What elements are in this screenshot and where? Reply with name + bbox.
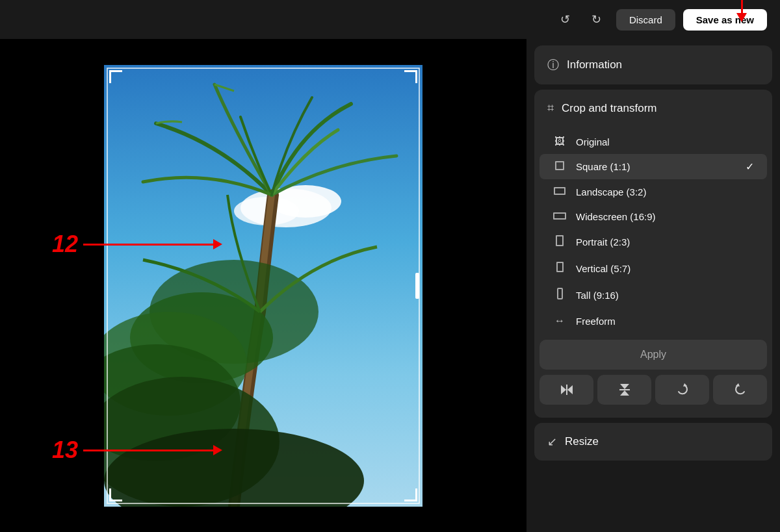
annotation-12-label: 12 bbox=[52, 231, 78, 258]
resize-section: ↙ Resize bbox=[534, 423, 772, 461]
right-panel: ⓘ Information ⌗ Crop and transform 🖼 Ori… bbox=[526, 39, 780, 532]
annotation-13-left-label: 13 bbox=[52, 437, 78, 464]
square-icon bbox=[552, 161, 567, 173]
information-header[interactable]: ⓘ Information bbox=[534, 45, 772, 84]
rotate-ccw-icon bbox=[733, 383, 748, 397]
transform-buttons-row bbox=[540, 375, 767, 405]
svg-marker-11 bbox=[561, 385, 566, 394]
crop-option-tall[interactable]: Tall (9:16) bbox=[540, 281, 767, 309]
flip-horizontal-button[interactable] bbox=[540, 375, 593, 405]
toolbar: ↺ ↻ Discard Save as new 13 bbox=[0, 0, 780, 39]
flip-h-icon bbox=[560, 383, 574, 397]
rotate-cw-button[interactable] bbox=[655, 375, 709, 405]
annotation-13-left-group: 13 bbox=[52, 437, 222, 464]
widescreen-icon bbox=[552, 210, 567, 222]
svg-marker-16 bbox=[620, 390, 629, 396]
crop-icon: ⌗ bbox=[547, 101, 554, 115]
vertical-icon bbox=[552, 262, 567, 275]
crop-options-body: 🖼 Original Square (1:1) ✓ Landsca bbox=[534, 127, 772, 418]
arrow-head bbox=[736, 13, 747, 22]
information-icon: ⓘ bbox=[547, 57, 559, 73]
redo-button[interactable]: ↻ bbox=[585, 8, 608, 31]
crop-option-widescreen[interactable]: Widescreen (16:9) bbox=[540, 204, 767, 229]
apply-button[interactable]: Apply bbox=[540, 340, 767, 370]
resize-label: Resize bbox=[565, 435, 599, 448]
crop-option-square[interactable]: Square (1:1) ✓ bbox=[540, 154, 767, 179]
tall-icon bbox=[552, 288, 567, 302]
rotate-cw-icon bbox=[675, 383, 690, 397]
resize-icon: ↙ bbox=[547, 435, 557, 449]
main-content: 12 13 ⓘ Information ⌗ Crop and transform bbox=[0, 39, 780, 532]
widescreen-label: Widescreen (16:9) bbox=[576, 211, 754, 222]
portrait-icon bbox=[552, 235, 567, 249]
annotation-arrow-13-top: 13 bbox=[729, 0, 754, 22]
crop-option-original[interactable]: 🖼 Original bbox=[540, 129, 767, 154]
crop-transform-section: ⌗ Crop and transform 🖼 Original Square (… bbox=[534, 90, 772, 418]
portrait-label: Portrait (2:3) bbox=[576, 236, 754, 247]
save-as-new-button[interactable]: Save as new bbox=[683, 9, 767, 31]
information-label: Information bbox=[567, 58, 622, 71]
discard-button[interactable]: Discard bbox=[616, 9, 675, 31]
crop-handle-top-left[interactable] bbox=[109, 70, 122, 83]
crop-option-vertical[interactable]: Vertical (5:7) bbox=[540, 255, 767, 281]
crop-option-landscape[interactable]: Landscape (3:2) bbox=[540, 179, 767, 204]
freeform-label: Freeform bbox=[576, 316, 754, 327]
crop-option-freeform[interactable]: ↔ Freeform bbox=[540, 309, 767, 333]
crop-transform-header[interactable]: ⌗ Crop and transform bbox=[534, 90, 772, 127]
original-icon: 🖼 bbox=[552, 136, 567, 147]
svg-marker-13 bbox=[567, 385, 573, 394]
annotation-12-group: 12 bbox=[52, 231, 222, 258]
arrow-line-12 bbox=[83, 244, 213, 246]
crop-handle-top-right[interactable] bbox=[404, 70, 417, 83]
arrowhead-12 bbox=[213, 239, 222, 249]
crop-handle-right-middle[interactable] bbox=[415, 273, 419, 299]
tall-label: Tall (9:16) bbox=[576, 290, 754, 301]
image-area: 12 13 bbox=[0, 39, 526, 532]
rotate-ccw-button[interactable] bbox=[713, 375, 767, 405]
svg-marker-14 bbox=[620, 384, 629, 389]
undo-button[interactable]: ↺ bbox=[554, 8, 577, 31]
arrow-shaft bbox=[741, 0, 743, 13]
crop-option-portrait[interactable]: Portrait (2:3) bbox=[540, 229, 767, 255]
crop-handle-bottom-right[interactable] bbox=[404, 488, 417, 501]
flip-vertical-button[interactable] bbox=[597, 375, 651, 405]
checkmark-icon: ✓ bbox=[746, 160, 754, 173]
crop-handle-bottom-left[interactable] bbox=[109, 488, 122, 501]
landscape-icon bbox=[552, 186, 567, 197]
landscape-label: Landscape (3:2) bbox=[576, 186, 754, 197]
flip-v-icon bbox=[618, 383, 632, 397]
arrowhead-13 bbox=[213, 445, 222, 455]
arrow-line-13 bbox=[83, 450, 213, 451]
square-label: Square (1:1) bbox=[576, 161, 736, 172]
original-label: Original bbox=[576, 136, 754, 147]
resize-header[interactable]: ↙ Resize bbox=[534, 423, 772, 461]
freeform-icon: ↔ bbox=[552, 315, 567, 327]
vertical-label: Vertical (5:7) bbox=[576, 263, 754, 274]
crop-transform-label: Crop and transform bbox=[562, 102, 656, 115]
information-section: ⓘ Information bbox=[534, 45, 772, 84]
